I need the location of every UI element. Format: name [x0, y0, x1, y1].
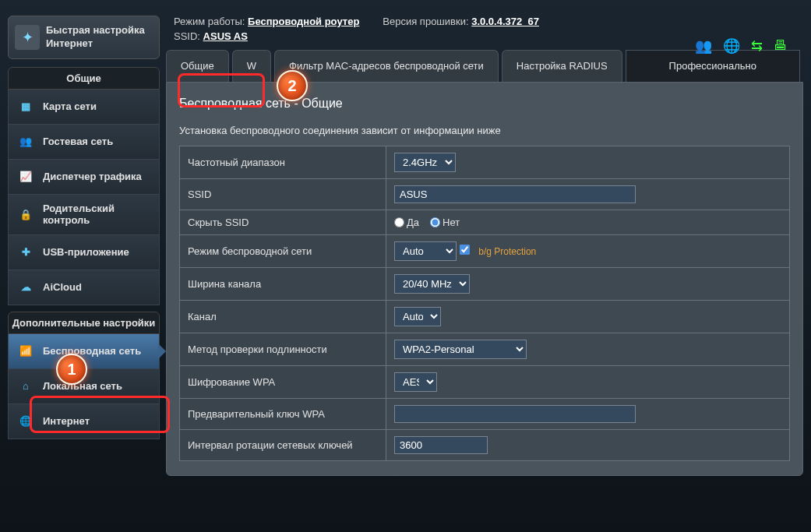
sidebar-item-traffic-manager[interactable]: 📈 Диспетчер трафика — [8, 160, 160, 195]
wifi-icon: 📶 — [16, 342, 35, 361]
traffic-icon: 📈 — [16, 167, 35, 186]
quick-setup-label: Быстрая настройка Интернет — [46, 24, 145, 51]
sidebar-item-internet[interactable]: 🌐 Интернет — [8, 404, 160, 439]
annotation-badge-1: 1 — [56, 354, 87, 385]
mode-link[interactable]: Беспроводной роутер — [248, 16, 359, 27]
bg-protection-label: b/g Protection — [478, 246, 536, 257]
hide-ssid-label: Скрыть SSID — [180, 210, 386, 234]
puzzle-icon: ✚ — [16, 243, 35, 262]
mode-label: Режим работы: — [174, 16, 245, 27]
hide-ssid-yes[interactable]: Да — [394, 217, 419, 228]
cloud-icon: ☁ — [16, 278, 35, 297]
tab-mac-filter[interactable]: Фильтр MAC-адресов беспроводной сети — [274, 50, 499, 82]
persons-icon[interactable]: 👥 — [695, 37, 712, 55]
tab-general[interactable]: Общие — [166, 50, 229, 82]
sidebar-header-general: Общие — [8, 67, 160, 90]
network-map-icon: ▦ — [16, 97, 35, 116]
sidebar-item-aicloud[interactable]: ☁ AiCloud — [8, 270, 160, 305]
ssid-field-label: SSID — [180, 178, 386, 210]
bg-protection-checkbox[interactable] — [460, 245, 470, 255]
sidebar-item-network-map[interactable]: ▦ Карта сети — [8, 90, 160, 125]
sidebar-item-parental-control[interactable]: 🔒 Родительский контроль — [8, 195, 160, 235]
channel-width-select[interactable]: 20/40 MHz — [394, 274, 470, 294]
psk-label: Предварительный ключ WPA — [180, 398, 386, 429]
tab-bar: Общие W Фильтр MAC-адресов беспроводной … — [166, 50, 803, 82]
sidebar: ✦ Быстрая настройка Интернет Общие ▦ Кар… — [8, 16, 160, 476]
tab-wps[interactable]: W — [232, 50, 271, 82]
wpa-encryption-select[interactable]: AES — [394, 372, 437, 392]
channel-label: Канал — [180, 300, 386, 333]
guest-icon: 👥 — [16, 132, 35, 151]
panel-description: Установка беспроводного соединения завис… — [179, 125, 790, 136]
usb-icon[interactable]: ⇆ — [751, 37, 763, 55]
sidebar-item-usb-application[interactable]: ✚ USB-приложение — [8, 235, 160, 270]
main-content: Режим работы: Беспроводной роутер SSID: … — [166, 16, 803, 476]
key-rotation-input[interactable] — [394, 436, 488, 454]
auth-method-label: Метод проверки подлинности — [180, 333, 386, 365]
band-select[interactable]: 2.4GHz — [394, 153, 456, 172]
hide-ssid-no[interactable]: Нет — [430, 217, 460, 228]
fw-label: Версия прошивки: — [383, 16, 468, 27]
wand-icon: ✦ — [15, 25, 40, 50]
quick-setup-button[interactable]: ✦ Быстрая настройка Интернет — [8, 16, 160, 59]
panel-title: Беспроводная сеть - Общие — [179, 97, 790, 111]
tab-radius[interactable]: Настройка RADIUS — [502, 50, 622, 82]
wireless-mode-select[interactable]: Auto — [394, 241, 457, 261]
lock-icon: 🔒 — [16, 205, 35, 224]
home-icon: ⌂ — [16, 377, 35, 396]
key-rotation-label: Интервал ротации сетевых ключей — [180, 429, 386, 460]
status-icons: 👥 🌐 ⇆ 🖶 — [695, 37, 788, 55]
globe-status-icon[interactable]: 🌐 — [723, 37, 740, 55]
ssid-link[interactable]: ASUS AS — [203, 30, 248, 42]
band-label: Частотный диапазон — [180, 146, 386, 178]
sidebar-header-advanced: Дополнительные настройки — [8, 312, 160, 334]
tab-professional[interactable]: Профессионально — [626, 50, 800, 82]
settings-panel: Беспроводная сеть - Общие Установка бесп… — [166, 82, 803, 476]
annotation-badge-2: 2 — [277, 70, 308, 101]
wireless-mode-label: Режим беспроводной сети — [180, 234, 386, 267]
channel-select[interactable]: Auto — [394, 307, 441, 326]
ssid-input[interactable] — [394, 185, 636, 203]
printer-icon[interactable]: 🖶 — [774, 37, 788, 55]
sidebar-item-guest-network[interactable]: 👥 Гостевая сеть — [8, 125, 160, 160]
psk-input[interactable] — [394, 405, 636, 423]
wpa-encryption-label: Шифрование WPA — [180, 365, 386, 398]
fw-link[interactable]: 3.0.0.4.372_67 — [471, 16, 539, 27]
globe-icon: 🌐 — [16, 412, 35, 431]
auth-method-select[interactable]: WPA2-Personal — [394, 340, 527, 359]
channel-width-label: Ширина канала — [180, 267, 386, 300]
ssid-label: SSID: — [174, 30, 200, 42]
